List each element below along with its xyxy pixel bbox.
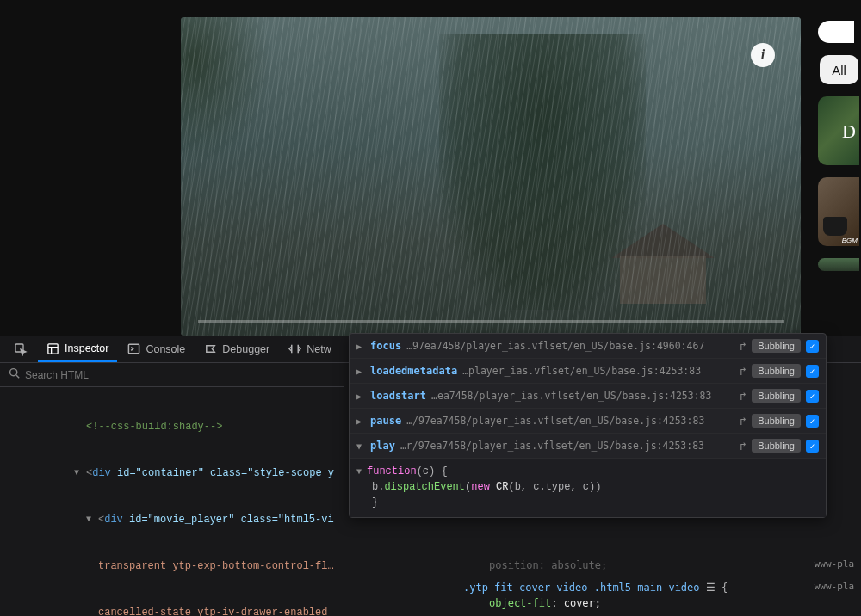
css-property[interactable]: object-fit [489, 597, 551, 609]
comment-node: <!--css-build:shady--> [86, 421, 222, 433]
tab-label: Netw [307, 343, 331, 355]
event-name: focus [370, 340, 401, 352]
event-checkbox[interactable]: ✓ [806, 415, 819, 428]
recommendation-thumb-1[interactable]: D [818, 96, 859, 165]
right-sidebar: All D BGM [818, 34, 861, 271]
twisty-icon[interactable]: ▼ [74, 467, 79, 480]
tab-debugger[interactable]: Debugger [195, 337, 278, 360]
event-checkbox[interactable]: ✓ [806, 440, 819, 453]
event-row-pause[interactable]: ▶ pause …/97ea7458/player_ias.vflset/en_… [350, 409, 826, 434]
devtools-panel: Inspector Console Debugger Netw <!--cs [0, 336, 861, 616]
filter-chip-all[interactable]: All [820, 55, 858, 84]
event-row-play[interactable]: ▼ play …r/97ea7458/player_ias.vflset/en_… [350, 434, 826, 459]
bubbling-badge: Bubbling [752, 339, 801, 353]
event-name: loadedmetadata [370, 365, 457, 377]
event-name: play [370, 440, 395, 452]
event-source[interactable]: …ea7458/player_ias.vflset/en_US/base.js:… [431, 390, 734, 402]
goto-icon[interactable]: ↱ [740, 390, 746, 403]
css-source-link[interactable]: www-pla [815, 580, 854, 594]
twisty-icon[interactable]: ▶ [356, 416, 365, 426]
info-icon[interactable]: i [751, 43, 775, 67]
goto-icon[interactable]: ↱ [740, 415, 746, 428]
event-source[interactable]: …player_ias.vflset/en_US/base.js:4253:83 [462, 365, 734, 377]
tab-console[interactable]: Console [119, 337, 194, 360]
network-icon [288, 342, 301, 355]
thumb-badge: BGM [842, 237, 858, 244]
tab-label: Console [146, 343, 185, 355]
svg-point-3 [10, 369, 17, 376]
tab-inspector[interactable]: Inspector [38, 337, 117, 362]
event-listeners-popup: ▶ focus …97ea7458/player_ias.vflset/en_U… [349, 333, 827, 518]
tab-network[interactable]: Netw [280, 337, 339, 360]
video-progress-bar[interactable] [198, 320, 784, 323]
tab-label: Debugger [222, 343, 269, 355]
console-icon [127, 342, 140, 355]
event-row-loadstart[interactable]: ▶ loadstart …ea7458/player_ias.vflset/en… [350, 384, 826, 409]
twisty-icon[interactable]: ▼ [356, 467, 362, 477]
event-row-focus[interactable]: ▶ focus …97ea7458/player_ias.vflset/en_U… [350, 334, 826, 359]
goto-icon[interactable]: ↱ [740, 440, 746, 453]
video-scene [181, 17, 801, 336]
recommendation-thumb-2[interactable]: BGM [818, 177, 859, 246]
event-source[interactable]: …/97ea7458/player_ias.vflset/en_US/base.… [406, 415, 734, 427]
search-icon [9, 367, 20, 382]
twisty-icon[interactable]: ▶ [356, 342, 365, 351]
debugger-icon [204, 342, 217, 355]
css-selector[interactable]: .ytp-fit-cover-video .html5-main-video [463, 582, 700, 594]
pick-element-button[interactable] [5, 337, 36, 361]
html-search-bar [0, 363, 344, 387]
bubbling-badge: Bubbling [752, 414, 801, 428]
pick-element-icon [14, 342, 28, 356]
css-rules-panel[interactable]: position: absolute;www-pla .ytp-fit-cove… [456, 554, 861, 616]
search-input[interactable] [25, 369, 336, 381]
svg-rect-1 [48, 343, 58, 353]
inspector-icon [46, 342, 59, 355]
twisty-icon[interactable]: ▶ [356, 391, 365, 401]
event-source[interactable]: …97ea7458/player_ias.vflset/en_US/base.j… [406, 340, 734, 352]
bubbling-badge: Bubbling [752, 439, 801, 453]
recommendation-thumb-3[interactable] [818, 258, 859, 271]
goto-icon[interactable]: ↱ [740, 365, 746, 378]
event-name: pause [370, 415, 401, 427]
event-handler-code: ▼function(c) { b.dispatchEvent(new CR(b,… [350, 459, 826, 517]
event-name: loadstart [370, 390, 426, 402]
event-checkbox[interactable]: ✓ [806, 390, 819, 403]
rain-overlay [181, 17, 801, 336]
thumb-letter: D [842, 120, 856, 143]
event-source[interactable]: …r/97ea7458/player_ias.vflset/en_US/base… [400, 440, 734, 452]
bubbling-badge: Bubbling [752, 389, 801, 403]
event-checkbox[interactable]: ✓ [806, 340, 819, 353]
bubbling-badge: Bubbling [752, 364, 801, 378]
event-checkbox[interactable]: ✓ [806, 365, 819, 378]
twisty-icon[interactable]: ▼ [356, 441, 365, 451]
event-row-loadedmetadata[interactable]: ▶ loadedmetadata …player_ias.vflset/en_U… [350, 359, 826, 384]
goto-icon[interactable]: ↱ [740, 340, 746, 353]
video-player[interactable]: i [181, 17, 801, 336]
twisty-icon[interactable]: ▶ [356, 367, 365, 376]
tab-label: Inspector [65, 342, 108, 354]
filter-pill[interactable] [818, 21, 854, 43]
twisty-icon[interactable]: ▼ [86, 514, 91, 527]
